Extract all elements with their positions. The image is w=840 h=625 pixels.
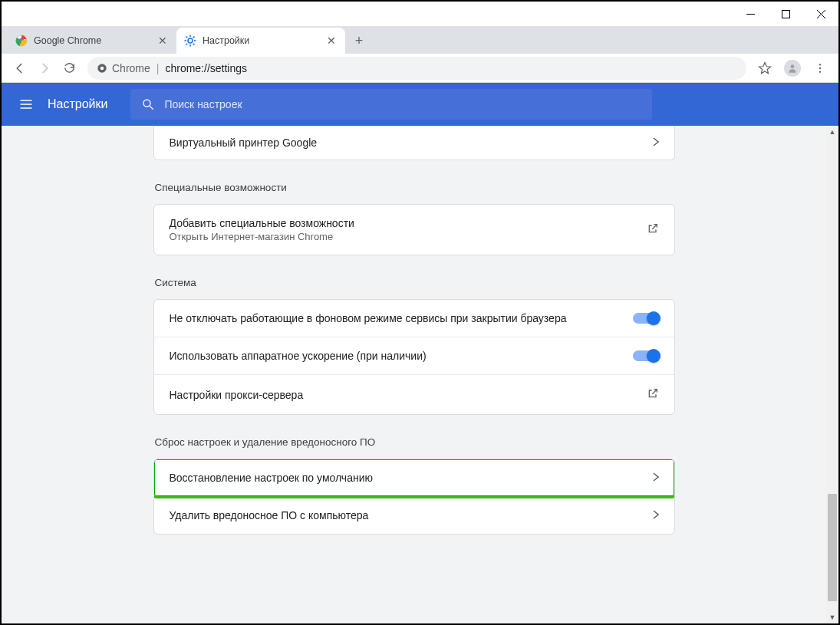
tab-label: Google Chrome <box>34 35 156 46</box>
svg-line-9 <box>193 44 195 45</box>
settings-header: Настройки <box>2 83 838 126</box>
chevron-right-icon <box>653 509 659 521</box>
row-label: Удалить вредоносное ПО с компьютера <box>170 509 369 521</box>
settings-title: Настройки <box>48 97 107 111</box>
security-label: Chrome <box>112 62 150 74</box>
kebab-menu-icon[interactable] <box>808 56 832 81</box>
browser-toolbar: Chrome | chrome://settings <box>2 54 838 83</box>
row-label: Использовать аппаратное ускорение (при н… <box>170 350 427 362</box>
row-add-accessibility[interactable]: Добавить специальные возможности Открыть… <box>154 205 674 255</box>
svg-point-13 <box>100 66 104 70</box>
svg-point-16 <box>819 67 821 68</box>
vertical-scrollbar[interactable]: ▲ ▼ <box>826 126 838 623</box>
gear-icon <box>184 35 196 47</box>
url-text: chrome://settings <box>165 62 247 74</box>
hamburger-menu-icon[interactable] <box>15 94 37 115</box>
reset-card: Восстановление настроек по умолчанию Уда… <box>153 459 675 535</box>
svg-rect-0 <box>782 10 789 18</box>
profile-avatar-button[interactable] <box>780 56 805 81</box>
svg-point-18 <box>143 100 150 107</box>
printing-card: Виртуальный принтер Google <box>153 126 675 160</box>
window-titlebar <box>2 2 838 26</box>
svg-point-17 <box>819 71 821 72</box>
svg-line-11 <box>186 44 188 45</box>
window-close-button[interactable] <box>803 2 838 26</box>
row-proxy-settings[interactable]: Настройки прокси-сервера <box>154 374 674 414</box>
svg-point-14 <box>791 64 795 68</box>
toggle-background-apps[interactable] <box>633 313 659 324</box>
svg-line-19 <box>150 106 154 110</box>
row-hardware-accel: Использовать аппаратное ускорение (при н… <box>154 337 674 374</box>
settings-search-input[interactable] <box>164 98 641 110</box>
scroll-up-arrow-icon[interactable]: ▲ <box>826 126 838 138</box>
row-label: Виртуальный принтер Google <box>170 137 318 149</box>
tab-google-chrome[interactable]: Google Chrome ✕ <box>8 28 176 54</box>
row-cloud-print[interactable]: Виртуальный принтер Google <box>154 126 674 160</box>
tab-label: Настройки <box>203 35 325 46</box>
row-label: Настройки прокси-сервера <box>170 389 304 401</box>
section-title-reset: Сброс настроек и удаление вредоносного П… <box>155 436 675 448</box>
bookmark-star-icon[interactable] <box>753 56 777 81</box>
system-card: Не отключать работающие в фоновом режиме… <box>153 299 675 415</box>
window-maximize-button[interactable] <box>768 2 803 26</box>
reload-button[interactable] <box>57 56 81 81</box>
tab-settings[interactable]: Настройки ✕ <box>176 28 345 54</box>
row-cleanup-computer[interactable]: Удалить вредоносное ПО с компьютера <box>154 496 674 534</box>
row-sublabel: Открыть Интернет-магазин Chrome <box>170 231 354 242</box>
row-restore-defaults[interactable]: Восстановление настроек по умолчанию <box>154 459 674 496</box>
section-title-system: Система <box>155 277 675 288</box>
omnibox-separator: | <box>156 62 160 74</box>
section-title-accessibility: Специальные возможности <box>155 182 675 193</box>
chevron-right-icon <box>653 472 659 484</box>
scroll-down-arrow-icon[interactable]: ▼ <box>826 611 838 623</box>
external-link-icon <box>647 222 659 237</box>
forward-button[interactable] <box>32 56 57 81</box>
svg-line-8 <box>186 37 188 38</box>
site-identity-chip[interactable]: Chrome <box>97 62 150 74</box>
person-icon <box>787 63 798 74</box>
svg-point-15 <box>819 64 821 65</box>
tab-close-icon[interactable]: ✕ <box>325 35 338 47</box>
search-icon <box>141 97 155 111</box>
settings-content: Виртуальный принтер Google Специальные в… <box>2 126 838 623</box>
window-minimize-button[interactable] <box>733 2 768 26</box>
accessibility-card: Добавить специальные возможности Открыть… <box>153 204 675 255</box>
settings-search[interactable] <box>130 89 652 120</box>
svg-line-10 <box>193 37 195 38</box>
tab-strip: Google Chrome ✕ Настройки ✕ + <box>2 26 838 54</box>
external-link-icon <box>647 387 659 402</box>
chrome-favicon-icon <box>15 35 28 47</box>
scrollbar-thumb[interactable] <box>828 494 837 601</box>
new-tab-button[interactable]: + <box>348 30 370 51</box>
row-label: Добавить специальные возможности <box>170 217 354 229</box>
chrome-logo-icon <box>97 63 107 74</box>
row-background-apps: Не отключать работающие в фоновом режиме… <box>154 300 674 337</box>
svg-point-3 <box>188 38 193 43</box>
back-button[interactable] <box>8 56 32 81</box>
toggle-hardware-accel[interactable] <box>633 350 659 361</box>
address-bar[interactable]: Chrome | chrome://settings <box>87 57 746 80</box>
row-label: Восстановление настроек по умолчанию <box>170 472 373 484</box>
tab-close-icon[interactable]: ✕ <box>156 35 169 47</box>
chevron-right-icon <box>653 137 659 149</box>
row-label: Не отключать работающие в фоновом режиме… <box>170 312 567 324</box>
